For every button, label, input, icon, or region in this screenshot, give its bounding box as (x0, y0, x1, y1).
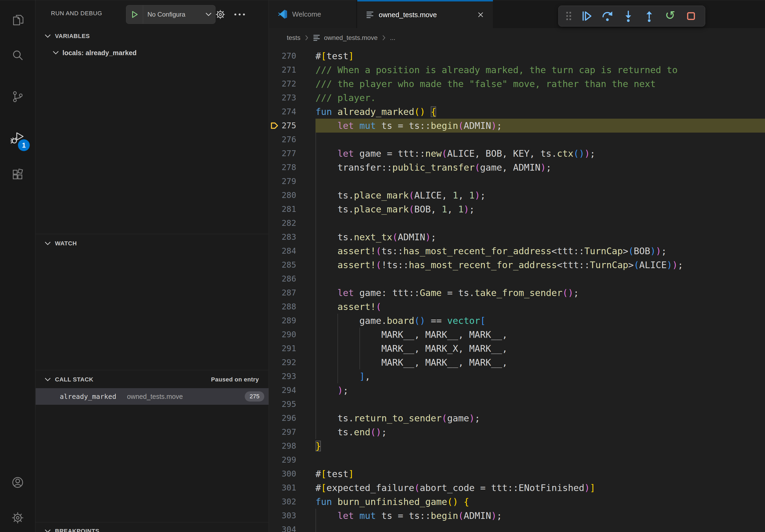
start-debugging-button[interactable] (126, 5, 143, 24)
line-number[interactable]: 291 (282, 342, 316, 356)
line-number[interactable]: 273 (282, 91, 316, 105)
sidebar-item-search[interactable] (0, 39, 35, 72)
line-number[interactable]: 302 (282, 495, 316, 509)
breakpoint-gutter[interactable] (269, 133, 282, 146)
line-number[interactable]: 272 (282, 77, 316, 91)
breakpoints-section-header[interactable]: BREAKPOINTS (36, 524, 269, 532)
breakpoint-gutter[interactable] (269, 91, 282, 105)
views-more-actions-button[interactable] (232, 7, 248, 22)
breakpoint-gutter[interactable] (269, 216, 282, 230)
manage-button[interactable] (0, 502, 35, 532)
sidebar-item-extensions[interactable] (0, 158, 35, 190)
breakpoint-gutter[interactable] (269, 439, 282, 453)
line-number[interactable]: 287 (282, 286, 316, 300)
restart-button[interactable]: ↺ (661, 8, 679, 24)
step-over-button[interactable] (598, 8, 616, 24)
sidebar-item-source-control[interactable] (0, 81, 35, 113)
breakpoint-gutter[interactable] (269, 63, 282, 77)
sidebar-item-run-and-debug[interactable]: 1 (0, 122, 35, 154)
line-number[interactable]: 301 (282, 481, 316, 495)
breakpoint-gutter[interactable] (269, 160, 282, 174)
line-number[interactable]: 295 (282, 397, 316, 411)
line-number[interactable]: 283 (282, 230, 316, 244)
breadcrumb-item-file[interactable]: owned_tests.move (324, 34, 378, 42)
line-number[interactable]: 289 (282, 314, 316, 328)
breakpoint-gutter[interactable] (269, 188, 282, 202)
line-number[interactable]: 294 (282, 383, 316, 397)
stop-button[interactable] (682, 8, 700, 24)
toolbar-drag-handle[interactable] (563, 8, 575, 24)
breakpoint-gutter[interactable] (269, 244, 282, 258)
debug-configuration-control[interactable]: No Configura (126, 5, 216, 24)
watch-section-header[interactable]: WATCH (36, 236, 269, 251)
debug-current-line-gutter[interactable] (269, 119, 282, 133)
line-number[interactable]: 275 (282, 119, 316, 133)
line-number[interactable]: 290 (282, 328, 316, 342)
line-number[interactable]: 278 (282, 160, 316, 174)
breakpoint-gutter[interactable] (269, 370, 282, 383)
breakpoint-gutter[interactable] (269, 467, 282, 481)
line-number[interactable]: 284 (282, 244, 316, 258)
line-number[interactable]: 277 (282, 146, 316, 160)
line-number[interactable]: 280 (282, 188, 316, 202)
breakpoint-gutter[interactable] (269, 314, 282, 328)
breakpoint-gutter[interactable] (269, 411, 282, 425)
breakpoint-gutter[interactable] (269, 453, 282, 467)
line-number[interactable]: 297 (282, 425, 316, 439)
call-stack-section-header[interactable]: CALL STACK Paused on entry (36, 372, 269, 387)
breakpoint-gutter[interactable] (269, 146, 282, 160)
breadcrumb-item-symbol[interactable]: ... (390, 34, 395, 42)
breakpoint-gutter[interactable] (269, 230, 282, 244)
sidebar-item-explorer[interactable] (0, 4, 35, 36)
tab-owned-tests-move[interactable]: owned_tests.move (357, 0, 493, 28)
breakpoint-gutter[interactable] (269, 77, 282, 91)
breakpoint-gutter[interactable] (269, 300, 282, 314)
account-button[interactable] (0, 466, 35, 498)
breakpoint-gutter[interactable] (269, 356, 282, 370)
tab-welcome[interactable]: Welcome (269, 0, 357, 28)
breakpoint-gutter[interactable] (269, 481, 282, 495)
debug-settings-button[interactable] (213, 7, 228, 22)
line-number[interactable]: 304 (282, 523, 316, 532)
continue-button[interactable] (577, 8, 596, 24)
breadcrumb-item-tests[interactable]: tests (287, 34, 301, 42)
line-number[interactable]: 282 (282, 216, 316, 230)
breakpoint-gutter[interactable] (269, 272, 282, 286)
breakpoint-gutter[interactable] (269, 202, 282, 216)
line-number[interactable]: 281 (282, 202, 316, 216)
breakpoint-gutter[interactable] (269, 425, 282, 439)
breakpoint-gutter[interactable] (269, 174, 282, 188)
breakpoint-gutter[interactable] (269, 509, 282, 523)
configuration-dropdown[interactable]: No Configura (143, 11, 205, 18)
line-number[interactable]: 286 (282, 272, 316, 286)
breakpoint-gutter[interactable] (269, 328, 282, 342)
breakpoint-gutter[interactable] (269, 49, 282, 63)
line-number[interactable]: 303 (282, 509, 316, 523)
line-number[interactable]: 288 (282, 300, 316, 314)
locals-scope-row[interactable]: locals: already_marked (36, 45, 269, 60)
breakpoint-gutter[interactable] (269, 523, 282, 532)
step-out-button[interactable] (640, 8, 658, 24)
line-number[interactable]: 298 (282, 439, 316, 453)
line-number[interactable]: 276 (282, 133, 316, 146)
line-number[interactable]: 279 (282, 174, 316, 188)
call-stack-frame-row[interactable]: already_marked owned_tests.move 275 (36, 388, 269, 405)
step-into-button[interactable] (619, 8, 637, 24)
breakpoint-gutter[interactable] (269, 286, 282, 300)
variables-section-header[interactable]: VARIABLES (36, 29, 269, 44)
breakpoint-gutter[interactable] (269, 342, 282, 356)
line-number[interactable]: 274 (282, 105, 316, 119)
breakpoint-gutter[interactable] (269, 397, 282, 411)
line-number[interactable]: 292 (282, 356, 316, 370)
line-number[interactable]: 270 (282, 49, 316, 63)
breakpoint-gutter[interactable] (269, 495, 282, 509)
close-tab-button[interactable] (477, 11, 484, 19)
breakpoint-gutter[interactable] (269, 258, 282, 272)
breakpoint-gutter[interactable] (269, 105, 282, 119)
line-number[interactable]: 299 (282, 453, 316, 467)
line-number[interactable]: 271 (282, 63, 316, 77)
line-number[interactable]: 285 (282, 258, 316, 272)
breakpoint-gutter[interactable] (269, 383, 282, 397)
line-number[interactable]: 300 (282, 467, 316, 481)
line-number[interactable]: 293 (282, 370, 316, 383)
